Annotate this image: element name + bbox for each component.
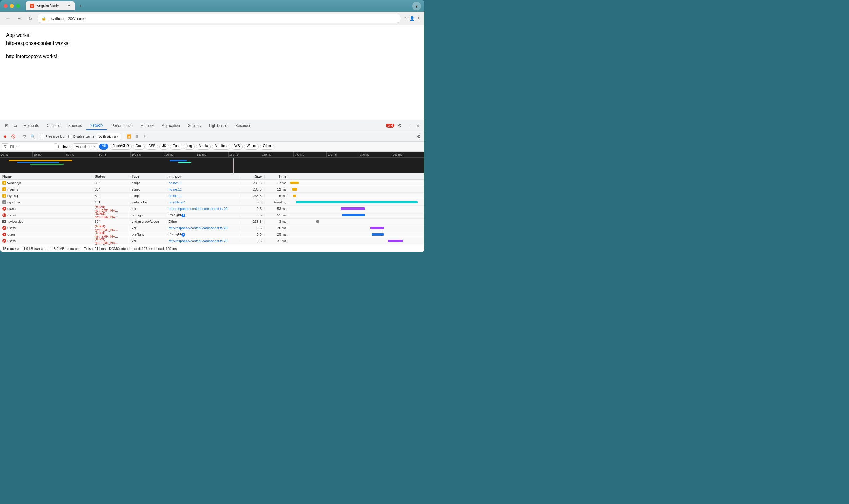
forward-button[interactable]: → [15, 14, 23, 23]
disable-cache-checkbox[interactable] [68, 134, 72, 138]
wifi-icon[interactable]: 📶 [125, 133, 132, 140]
table-row[interactable]: ↔ ng-cli-ws 101 websocket polyfills.js:1… [0, 199, 424, 205]
table-row[interactable]: ✕ users (failed) net::ERR_NA... prefligh… [0, 231, 424, 238]
filter-type-wasm[interactable]: Wasm [244, 144, 259, 150]
filter-type-css[interactable]: CSS [146, 144, 158, 150]
throttle-dropdown[interactable]: No throttling ▾ [96, 133, 121, 140]
table-row[interactable]: A favicon.ico 304 vnd.microsoft.icon Oth… [0, 218, 424, 225]
filter-type-js[interactable]: JS [159, 144, 169, 150]
tab-elements[interactable]: Elements [20, 121, 42, 130]
devtools-panel: ⊡ ▭ Elements Console Sources Network Per… [0, 120, 424, 252]
row-initiator: http-response-content.component.ts:20 [166, 207, 240, 211]
bookmark-button[interactable]: ☆ [403, 16, 408, 21]
error-icon: ✕ [2, 213, 6, 217]
page-text-line4: http-interceptors works! [6, 53, 418, 60]
row-type: xhr [129, 226, 166, 230]
tab-application[interactable]: Application [158, 121, 184, 130]
close-traffic-light[interactable] [4, 4, 8, 8]
toolbar-separator-2 [38, 134, 38, 139]
tab-recorder[interactable]: Recorder [232, 121, 254, 130]
disable-cache-label[interactable]: Disable cache [68, 134, 94, 138]
filter-type-img[interactable]: Img [184, 144, 195, 150]
devtools-device-icon[interactable]: ▭ [11, 122, 19, 130]
row-time: 25 ms [264, 233, 289, 236]
clear-button[interactable]: 🚫 [10, 133, 17, 140]
refresh-button[interactable]: ↻ [26, 14, 34, 23]
browser-window: A AngularStudy ✕ + ▾ ← → ↻ 🔒 localhost:4… [0, 0, 424, 252]
invert-checkbox[interactable] [58, 145, 62, 148]
preserve-log-checkbox[interactable] [40, 134, 44, 138]
filter-type-ws[interactable]: WS [232, 144, 243, 150]
table-row[interactable]: ✕ users (failed) net::ERR_NA... xhr http… [0, 225, 424, 231]
row-type: script [129, 194, 166, 198]
filter-type-manifest[interactable]: Manifest [212, 144, 230, 150]
search-button[interactable]: 🔍 [29, 133, 36, 140]
row-initiator: home:11 [166, 187, 240, 191]
tab-security[interactable]: Security [184, 121, 205, 130]
preserve-log-label[interactable]: Preserve log [40, 134, 65, 138]
row-waterfall [289, 244, 424, 245]
tab-favicon: A [30, 4, 34, 8]
devtools-cursor-icon[interactable]: ⊡ [2, 122, 11, 130]
tick-260ms: 260 ms [392, 151, 424, 157]
waterfall-bar [292, 188, 297, 191]
table-row[interactable]: J main.js 304 script home:11 235 B 12 ms [0, 186, 424, 193]
row-status: 304 [92, 194, 129, 198]
maximize-traffic-light[interactable] [16, 4, 20, 8]
row-name-ngcliws: ↔ ng-cli-ws [0, 200, 92, 204]
tick-220ms: 220 ms [327, 151, 359, 157]
url-bar[interactable]: 🔒 localhost:4200/home [37, 14, 401, 23]
filter-type-media[interactable]: Media [196, 144, 211, 150]
back-button[interactable]: ← [4, 14, 12, 23]
table-row[interactable]: J vendor.js 304 script home:11 236 B 17 … [0, 180, 424, 186]
more-filters-button[interactable]: More filters ▾ [73, 143, 98, 150]
row-initiator: home:11 [166, 181, 240, 185]
row-initiator: Other [166, 220, 240, 223]
upload-icon[interactable]: ⬆ [134, 133, 140, 140]
row-type: vnd.microsoft.icon [129, 220, 166, 223]
tab-console[interactable]: Console [43, 121, 64, 130]
status-requests: 15 requests [2, 247, 20, 250]
throttle-text: No throttling [98, 134, 116, 138]
profile-button[interactable]: 👤 [410, 16, 415, 21]
invert-label[interactable]: Invert [58, 145, 72, 148]
download-icon[interactable]: ⬇ [141, 133, 148, 140]
table-row[interactable]: ✕ users (failed) net::ERR_NA... xhr http… [0, 205, 424, 212]
font-icon: A [2, 220, 6, 223]
filter-type-fetchxhr[interactable]: Fetch/XHR [109, 144, 132, 150]
filter-type-font[interactable]: Font [170, 144, 183, 150]
devtools-close-button[interactable]: ✕ [414, 122, 422, 130]
row-size: 236 B [240, 181, 264, 185]
filter-input[interactable] [8, 143, 55, 150]
network-settings-button[interactable]: ⚙ [415, 132, 423, 141]
row-time: Pending [264, 200, 289, 204]
tab-network[interactable]: Network [86, 121, 107, 130]
filter-type-doc[interactable]: Doc [133, 144, 144, 150]
tab-close-button[interactable]: ✕ [67, 4, 70, 8]
tab-sources[interactable]: Sources [65, 121, 86, 130]
table-row[interactable]: ✕ users (failed) net::ERR_NA... prefligh… [0, 212, 424, 218]
new-tab-button[interactable]: + [76, 2, 85, 11]
table-row[interactable]: J styles.js 304 script home:11 235 B 5 m… [0, 193, 424, 199]
tick-20ms: 20 ms [0, 151, 33, 157]
record-button[interactable]: ⏺ [2, 133, 8, 140]
tab-performance[interactable]: Performance [108, 121, 136, 130]
minimize-traffic-light[interactable] [10, 4, 14, 8]
menu-button[interactable]: ⋮ [416, 16, 421, 21]
row-size: 0 B [240, 200, 264, 204]
filter-type-all[interactable]: All [99, 144, 108, 150]
wf-bar-3 [30, 164, 64, 165]
tab-dropdown-button[interactable]: ▾ [412, 2, 421, 11]
row-name-styles: J styles.js [0, 194, 92, 198]
devtools-settings-button[interactable]: ⚙ [396, 122, 403, 130]
tick-80ms: 80 ms [98, 151, 131, 157]
tab-memory[interactable]: Memory [137, 121, 157, 130]
browser-tab-active[interactable]: A AngularStudy ✕ [25, 1, 75, 11]
row-name-users3: ✕ users [0, 233, 92, 236]
filter-type-other[interactable]: Other [260, 144, 274, 150]
filter-icon-button[interactable]: ▽ [21, 133, 28, 140]
devtools-more-button[interactable]: ⋮ [405, 122, 413, 130]
row-type: websocket [129, 200, 166, 204]
table-row[interactable]: ✕ users (failed) net::ERR_NA... xhr http… [0, 238, 424, 244]
tab-lighthouse[interactable]: Lighthouse [206, 121, 231, 130]
